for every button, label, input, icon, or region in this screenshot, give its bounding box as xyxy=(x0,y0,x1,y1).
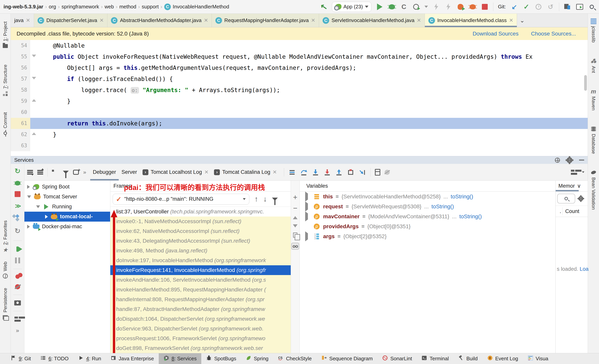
statusbar-item-java-enterprise[interactable]: Java Enterprise xyxy=(106,353,159,364)
stack-frame-row[interactable]: handleInternal:808, RequestMappingHandle… xyxy=(110,295,291,304)
stop-button[interactable] xyxy=(481,3,488,10)
tree-item-docker-pdai-mac[interactable]: Docker-pdai-mac xyxy=(24,222,110,232)
web-preview-icon[interactable] xyxy=(555,158,560,163)
drop-frame-icon[interactable] xyxy=(347,169,354,176)
close-icon[interactable]: ✕ xyxy=(204,17,208,23)
toolwindow-button-ant[interactable]: ⁂Ant xyxy=(590,58,597,73)
code-line[interactable]: 55 public Object invokeForRequest(Native… xyxy=(11,51,588,62)
breadcrumb-class[interactable]: InvocableHandlerMethod xyxy=(173,4,229,10)
toolwindow-button-commit[interactable]: Commit xyxy=(2,112,8,136)
toolwindow-button-database[interactable]: Database xyxy=(590,126,597,154)
editor-tab[interactable]: CServletInvocableHandlerMethod.java✕ xyxy=(319,14,425,27)
fold-marker-icon[interactable] xyxy=(30,129,39,140)
toolwindow-button-favorites[interactable]: 2: Favorites★ xyxy=(2,220,8,253)
memory-tab[interactable]: Memor ∨ xyxy=(556,181,588,192)
fold-marker-icon[interactable] xyxy=(30,51,39,62)
stack-frame-row[interactable]: invoke0:-1, NativeMethodAccessorImpl (su… xyxy=(110,217,291,226)
close-icon[interactable]: ✕ xyxy=(311,17,315,23)
collapse-arrow-icon[interactable] xyxy=(36,205,40,208)
statusbar-item-spring[interactable]: Spring xyxy=(241,353,273,364)
tab-debugger[interactable]: Debugger xyxy=(90,164,119,180)
statusbar-item-git[interactable]: 9: Git xyxy=(6,353,35,364)
tree-item-spring-boot[interactable]: Spring Boot xyxy=(24,182,110,192)
stack-frame-row[interactable]: invokeHandlerMethod:895, RequestMappingH… xyxy=(110,285,291,295)
variables-list[interactable]: this={ServletInvocableHandlerMethod@5258… xyxy=(300,192,555,241)
tab-server[interactable]: Server xyxy=(119,164,140,180)
editor-tab[interactable]: java✕ xyxy=(11,14,34,27)
evaluate-expression-icon[interactable] xyxy=(375,169,380,176)
hidden-tabs-chevron-icon[interactable]: ⌄ xyxy=(520,17,525,24)
variable-row-providedArgs[interactable]: pprovidedArgs={Object[0]@5351} xyxy=(300,221,555,231)
code-editor[interactable]: 54 @Nullable55 public Object invokeForRe… xyxy=(11,40,588,156)
close-icon[interactable]: ✕ xyxy=(100,17,104,23)
stack-frame-row[interactable]: doService:963, DispatcherServlet (org.sp… xyxy=(110,324,291,334)
toolwindow-button-persistence[interactable]: Persistence xyxy=(2,288,8,320)
stack-frame-row[interactable]: invokeForRequest:141, InvocableHandlerMe… xyxy=(110,265,291,275)
tree-item-running[interactable]: Running xyxy=(24,202,110,212)
editor-tab[interactable]: CRequestMappingHandlerAdapter.java✕ xyxy=(212,14,319,27)
breadcrumb-item[interactable]: org xyxy=(49,4,56,10)
step-into-icon[interactable] xyxy=(312,169,319,176)
profile-run-button[interactable] xyxy=(457,3,464,10)
statusbar-item-checkstyle[interactable]: CSCheckStyle xyxy=(273,353,317,364)
close-icon[interactable]: ✕ xyxy=(204,169,209,175)
stack-frame-row[interactable]: doDispatch:1064, DispatcherServlet (org.… xyxy=(110,314,291,324)
back-arrow-icon[interactable]: ↖ xyxy=(320,1,328,12)
stack-frame-row[interactable]: handle:87, AbstractHandlerMethodAdapter … xyxy=(110,304,291,314)
copy-stack-icon[interactable] xyxy=(293,233,297,237)
collapse-all-icon[interactable] xyxy=(37,170,43,175)
debug-button[interactable] xyxy=(388,3,396,10)
code-line[interactable]: 56 Object[] args = this.getMethodArgumen… xyxy=(11,62,588,73)
fold-marker-icon[interactable] xyxy=(30,73,39,85)
toolwindow-button-jclasslib[interactable]: jclasslib xyxy=(590,18,597,42)
run-config-selector[interactable]: App (23) xyxy=(332,2,371,12)
profile-debug-button[interactable] xyxy=(469,3,476,10)
more-chevron-icon[interactable]: » xyxy=(83,169,86,175)
add-service-icon[interactable] xyxy=(73,170,79,175)
move-down-icon[interactable] xyxy=(293,224,298,228)
choose-sources-link[interactable]: Choose Sources... xyxy=(531,31,576,37)
collapse-arrow-icon[interactable] xyxy=(27,195,31,198)
tostring-link[interactable]: toString() xyxy=(432,203,454,210)
expand-arrow-icon[interactable] xyxy=(305,203,310,210)
stack-frame-row[interactable]: list:37, UserController (tech.pdai.sprin… xyxy=(110,207,291,217)
stop-icon[interactable] xyxy=(15,191,20,197)
statusbar-item-visua[interactable]: Visua xyxy=(523,353,553,364)
show-execution-point-icon[interactable] xyxy=(288,169,296,176)
fold-marker-icon[interactable] xyxy=(30,96,39,107)
load-classes-link[interactable]: Loa xyxy=(580,266,589,272)
code-line[interactable]: 59 } xyxy=(11,96,588,107)
breakpoints-icon[interactable] xyxy=(15,274,20,279)
search-everywhere-icon[interactable] xyxy=(588,3,596,10)
code-line[interactable]: 58 logger.trace( o: "Arguments: " + Arra… xyxy=(11,85,588,96)
statusbar-item-terminal[interactable]: Terminal xyxy=(417,353,453,364)
editor-scrollbar[interactable] xyxy=(584,75,587,91)
breadcrumb-item[interactable]: springframework xyxy=(62,4,99,10)
profiler-dropdown-icon[interactable] xyxy=(424,6,428,8)
memory-search-input[interactable] xyxy=(557,194,575,203)
code-line[interactable]: 62 } xyxy=(11,129,588,140)
group-by-icon[interactable] xyxy=(52,170,57,175)
tab-tomcat-localhost-log[interactable]: ›Tomcat Localhost Log✕ xyxy=(140,164,211,180)
close-icon[interactable]: ✕ xyxy=(509,17,513,23)
hide-library-frames-icon[interactable] xyxy=(272,198,278,201)
statusbar-item-todo[interactable]: 6: TODO xyxy=(35,353,73,364)
variable-row-this[interactable]: this={ServletInvocableHandlerMethod@5258… xyxy=(300,192,555,202)
watches-icon[interactable]: oo xyxy=(291,243,299,250)
statusbar-item-sequence-diagram[interactable]: Sequence Diagram xyxy=(317,353,378,364)
toolwindow-button-maven[interactable]: mMaven xyxy=(590,89,597,110)
toolwindow-button-structure[interactable]: 7: Structure xyxy=(2,65,8,97)
toolwindow-button-bean-validation[interactable]: Bean Validation xyxy=(590,169,597,210)
code-line[interactable]: 57 if (logger.isTraceEnabled()) { xyxy=(11,73,588,85)
statusbar-item-spotbugs[interactable]: SpotBugs xyxy=(201,353,241,364)
expand-arrow-icon[interactable] xyxy=(305,194,310,200)
step-over-icon[interactable] xyxy=(300,169,308,176)
filter-icon[interactable] xyxy=(63,171,69,174)
next-frame-icon[interactable]: ↓ xyxy=(263,195,267,203)
stack-frame-row[interactable]: invokeAndHandle:106, ServletInvocableHan… xyxy=(110,275,291,285)
breadcrumb-item[interactable]: ing-web-5.3.9.jar xyxy=(3,4,43,10)
expand-arrow-icon[interactable] xyxy=(305,233,310,239)
profiler-button[interactable] xyxy=(412,3,420,10)
variable-row-request[interactable]: prequest={ServletWebRequest@5308}...toSt… xyxy=(300,202,555,212)
more-chevron-icon[interactable]: » xyxy=(16,327,19,334)
